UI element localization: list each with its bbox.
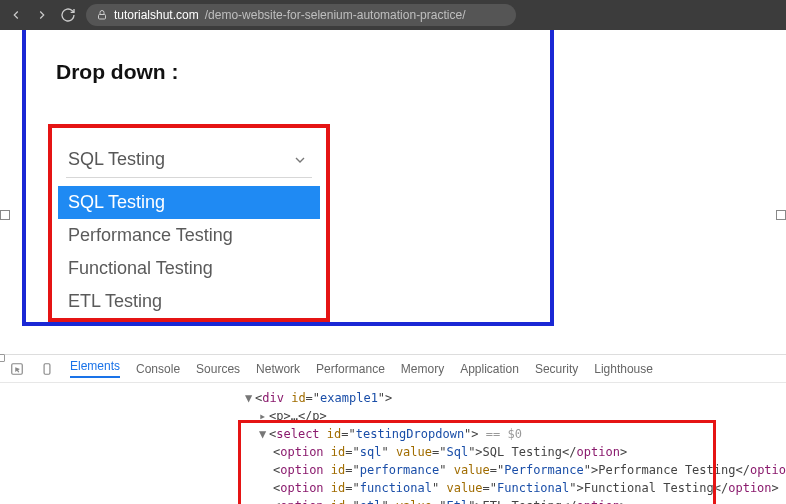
devtools-tab-elements[interactable]: Elements xyxy=(70,359,120,378)
devtools-tab-application[interactable]: Application xyxy=(460,362,519,376)
svg-rect-0 xyxy=(99,15,106,20)
devtools-resize-handle[interactable] xyxy=(0,354,5,362)
resize-handle-right[interactable] xyxy=(776,210,786,220)
dropdown-option-functional[interactable]: Functional Testing xyxy=(58,252,320,285)
dom-line-option-etl[interactable]: <option id="etl" value="Etl">ETL Testing… xyxy=(245,497,786,504)
url-path: /demo-website-for-selenium-automation-pr… xyxy=(205,8,466,22)
devtools-tab-performance[interactable]: Performance xyxy=(316,362,385,376)
dom-line-option-sql[interactable]: <option id="sql" value="Sql">SQL Testing… xyxy=(245,443,786,461)
dom-line-div[interactable]: ▼<div id="example1"> xyxy=(245,389,786,407)
dropdown-options-list: SQL Testing Performance Testing Function… xyxy=(58,186,320,318)
devtools-tab-console[interactable]: Console xyxy=(136,362,180,376)
dropdown-selected-label: SQL Testing xyxy=(68,149,165,170)
chevron-down-icon xyxy=(292,152,308,168)
devtools-dom-tree[interactable]: ▼<div id="example1"> ▸<p>…</p> ▼<select … xyxy=(0,383,786,504)
dropdown-highlight-box: SQL Testing SQL Testing Performance Test… xyxy=(48,124,330,322)
devtools-tab-memory[interactable]: Memory xyxy=(401,362,444,376)
lock-icon xyxy=(96,9,108,21)
dom-line-p[interactable]: ▸<p>…</p> xyxy=(245,407,786,425)
devtools-tab-security[interactable]: Security xyxy=(535,362,578,376)
dropdown-option-etl[interactable]: ETL Testing xyxy=(58,285,320,318)
dom-line-option-performance[interactable]: <option id="performance" value="Performa… xyxy=(245,461,786,479)
dom-line-option-functional[interactable]: <option id="functional" value="Functiona… xyxy=(245,479,786,497)
forward-button[interactable] xyxy=(34,7,50,23)
dropdown-option-performance[interactable]: Performance Testing xyxy=(58,219,320,252)
resize-handle-left[interactable] xyxy=(0,210,10,220)
svg-rect-2 xyxy=(44,363,50,374)
back-button[interactable] xyxy=(8,7,24,23)
device-toggle-icon[interactable] xyxy=(40,362,54,376)
devtools-tab-lighthouse[interactable]: Lighthouse xyxy=(594,362,653,376)
devtools-tab-sources[interactable]: Sources xyxy=(196,362,240,376)
url-host: tutorialshut.com xyxy=(114,8,199,22)
devtools-tabs: Elements Console Sources Network Perform… xyxy=(0,355,786,383)
browser-toolbar: tutorialshut.com/demo-website-for-seleni… xyxy=(0,0,786,30)
dropdown-toggle[interactable]: SQL Testing xyxy=(66,142,312,178)
devtools-tab-network[interactable]: Network xyxy=(256,362,300,376)
section-heading: Drop down : xyxy=(56,60,178,84)
dom-line-select[interactable]: ▼<select id="testingDropdown"> == $0 xyxy=(245,425,786,443)
page-body: Drop down : SQL Testing SQL Testing Perf… xyxy=(0,30,786,354)
address-bar[interactable]: tutorialshut.com/demo-website-for-seleni… xyxy=(86,4,516,26)
reload-button[interactable] xyxy=(60,7,76,23)
devtools-panel: Elements Console Sources Network Perform… xyxy=(0,354,786,504)
dropdown-option-sql[interactable]: SQL Testing xyxy=(58,186,320,219)
inspect-icon[interactable] xyxy=(10,362,24,376)
